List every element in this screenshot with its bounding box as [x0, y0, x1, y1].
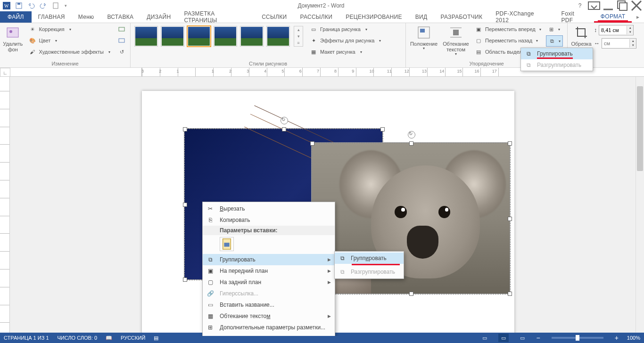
redo-icon[interactable] — [38, 0, 49, 11]
zoom-level[interactable]: 100% — [627, 335, 640, 341]
svg-rect-15 — [453, 30, 459, 35]
rotate-handle[interactable] — [408, 131, 415, 139]
border-icon: ▭ — [310, 25, 317, 33]
tab-foxit[interactable]: Foxit PDF — [555, 11, 594, 23]
cm-cut[interactable]: ✂Вырезать — [203, 203, 335, 214]
corrections-button[interactable]: ☀Коррекция▾ — [27, 24, 112, 34]
tab-selector[interactable]: ∟ — [0, 68, 10, 77]
zoom-slider[interactable] — [552, 337, 603, 339]
svg-text:W: W — [4, 3, 9, 8]
picture-border-button[interactable]: ▭Граница рисунка▾ — [308, 24, 383, 34]
view-read-icon[interactable]: ▭ — [479, 334, 490, 342]
group-label-styles: Стили рисунков — [133, 60, 403, 67]
width-field[interactable] — [602, 41, 629, 46]
picture-styles-gallery[interactable] — [133, 24, 291, 49]
help-icon[interactable]: ? — [573, 0, 586, 11]
zoom-thumb[interactable] — [576, 335, 579, 341]
height-field[interactable] — [599, 27, 627, 33]
tab-mailings[interactable]: РАССЫЛКИ — [293, 11, 339, 23]
tab-view[interactable]: ВИД — [409, 11, 434, 23]
tab-review[interactable]: РЕЦЕНЗИРОВАНИЕ — [339, 11, 409, 23]
maximize-icon[interactable] — [616, 0, 629, 11]
tab-file[interactable]: ФАЙЛ — [0, 11, 32, 23]
document-area[interactable]: Стиль Заливка Контур ✂Вырезать ⎘Копирова… — [10, 77, 644, 336]
status-macro-icon[interactable]: ▤ — [154, 335, 158, 341]
status-language[interactable]: РУССКИЙ — [121, 335, 145, 341]
style-thumb[interactable] — [187, 26, 211, 47]
group-label-adjust: Изменение — [3, 60, 127, 67]
tab-insert[interactable]: ВСТАВКА — [100, 11, 140, 23]
status-words[interactable]: ЧИСЛО СЛОВ: 0 — [58, 335, 98, 341]
position-button[interactable]: Положение▾ — [409, 24, 439, 51]
cm-insert-caption[interactable]: ▭Вставить название... — [203, 299, 335, 310]
ribbon-display-icon[interactable] — [587, 0, 601, 11]
word-app-icon[interactable]: W — [1, 0, 12, 11]
ribbon-collapse-icon[interactable]: ▸ — [632, 11, 644, 23]
color-button[interactable]: 🎨Цвет▾ — [27, 35, 112, 46]
crop-button[interactable]: Обрезка — [570, 24, 592, 47]
picture-layout-button[interactable]: ▦Макет рисунка▾ — [308, 47, 383, 57]
wrap-text-button[interactable]: Обтекание текстом▾ — [441, 24, 471, 57]
zoom-out-button[interactable]: − — [536, 334, 540, 342]
cm-copy-label: Копировать — [220, 217, 250, 223]
paste-as-picture[interactable] — [220, 237, 234, 251]
close-icon[interactable] — [630, 0, 643, 11]
status-proofing-icon[interactable]: 📖 — [106, 335, 112, 341]
picture-effects-button[interactable]: ✦Эффекты для рисунка▾ — [308, 35, 383, 46]
status-page[interactable]: СТРАНИЦА 1 ИЗ 1 — [4, 335, 49, 341]
scrollbar-vertical[interactable] — [636, 77, 644, 336]
save-icon[interactable] — [13, 0, 25, 11]
undo-icon[interactable] — [25, 0, 37, 11]
tab-format[interactable]: ФОРМАТ — [594, 11, 632, 23]
tab-design[interactable]: ДИЗАЙН — [140, 11, 177, 23]
width-input[interactable]: ▴▾ — [602, 38, 636, 49]
chevron-right-icon: ▶ — [328, 314, 331, 318]
change-picture-button[interactable] — [116, 35, 127, 46]
sm-group[interactable]: ⧉Группировать — [335, 253, 404, 264]
style-thumb[interactable] — [134, 26, 158, 47]
workspace: Стиль Заливка Контур ✂Вырезать ⎘Копирова… — [0, 77, 644, 336]
gallery-scroll[interactable]: ▴▾≡ — [294, 26, 303, 47]
tab-menu[interactable]: Меню — [72, 11, 101, 23]
gallery-more-icon[interactable]: ≡ — [294, 40, 303, 46]
artistic-effects-button[interactable]: 🖌Художественные эффекты▾ — [27, 47, 112, 57]
view-print-icon[interactable]: ▭ — [498, 334, 509, 342]
compress-button[interactable] — [116, 24, 127, 34]
align-button[interactable]: ⊞▾ — [546, 24, 563, 34]
rotate-handle[interactable] — [281, 117, 288, 124]
cm-wrap-text[interactable]: ▦Обтекание текстом▶ — [203, 310, 335, 322]
tab-pdfxchange[interactable]: PDF-XChange 2012 — [489, 11, 554, 23]
cm-send-back[interactable]: ▢На задний план▶ — [203, 277, 335, 288]
tab-references[interactable]: ССЫЛКИ — [255, 11, 293, 23]
remove-bg-label: Удалить фон — [3, 41, 23, 52]
svg-point-10 — [9, 30, 12, 33]
scroll-down-icon[interactable]: ▾ — [294, 33, 303, 40]
minimize-icon[interactable] — [602, 0, 615, 11]
reset-picture-button[interactable]: ↺ — [116, 47, 127, 57]
zoom-in-button[interactable]: + — [615, 334, 619, 342]
tab-home[interactable]: ГЛАВНАЯ — [32, 11, 72, 23]
style-thumb[interactable] — [214, 26, 237, 47]
style-thumb[interactable] — [266, 26, 290, 47]
cm-copy[interactable]: ⎘Копировать — [203, 214, 335, 226]
tab-layout[interactable]: РАЗМЕТКА СТРАНИЦЫ — [177, 11, 255, 23]
bring-forward-button[interactable]: ▣Переместить вперед▾ — [473, 24, 543, 34]
scrollbar-thumb[interactable] — [637, 86, 643, 171]
style-thumb[interactable] — [161, 26, 184, 47]
scroll-up-icon[interactable]: ▴ — [294, 26, 303, 33]
cm-more-layout[interactable]: ⊞Дополнительные параметры разметки... — [203, 322, 335, 333]
send-backward-button[interactable]: ▢Переместить назад▾ — [473, 35, 543, 46]
remove-bg-button[interactable]: Удалить фон — [3, 24, 23, 52]
view-web-icon[interactable]: ▭ — [517, 334, 528, 342]
dd-group[interactable]: ⧉Группировать — [521, 48, 593, 59]
cm-group[interactable]: ⧉Группировать▶ — [203, 254, 335, 265]
new-doc-icon[interactable] — [50, 0, 61, 11]
ruler-vertical[interactable] — [0, 77, 10, 336]
style-thumb[interactable] — [240, 26, 264, 47]
cm-format-object[interactable]: ✎Формат объекта... — [203, 333, 335, 336]
cm-bring-front[interactable]: ▣На передний план▶ — [203, 265, 335, 277]
tab-developer[interactable]: РАЗРАБОТЧИК — [434, 11, 489, 23]
height-input[interactable]: ▴▾ — [599, 25, 634, 35]
qat-customize-icon[interactable]: ▾ — [62, 0, 69, 11]
group-objects-button[interactable]: ⧉▾ — [546, 35, 563, 47]
